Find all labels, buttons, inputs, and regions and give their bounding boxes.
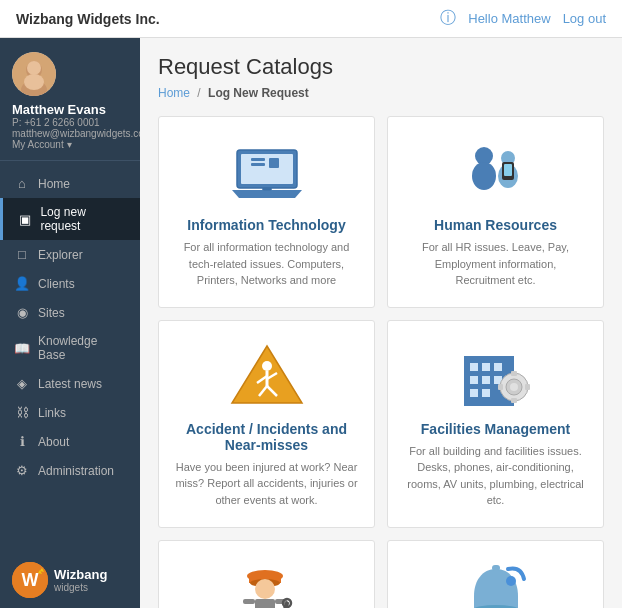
svg-rect-32 bbox=[470, 376, 478, 384]
svg-rect-10 bbox=[241, 154, 293, 184]
profile-name: Matthew Evans bbox=[12, 102, 128, 117]
svg-rect-13 bbox=[269, 158, 279, 168]
facilities-icon bbox=[404, 341, 587, 411]
svg-rect-43 bbox=[525, 384, 530, 390]
svg-rect-29 bbox=[470, 363, 478, 371]
sites-icon: ◉ bbox=[14, 305, 30, 320]
breadcrumb-current: Log New Request bbox=[208, 86, 309, 100]
wizbang-logo-icon: W bbox=[12, 562, 48, 598]
field-icon bbox=[175, 561, 358, 609]
knowledge-icon: 📖 bbox=[14, 341, 30, 356]
admin-icon: ⚙ bbox=[14, 463, 30, 478]
logo-name: Wizbang bbox=[54, 567, 107, 582]
catalog-card-it[interactable]: Information Technology For all informati… bbox=[158, 116, 375, 308]
page-title: Request Catalogs bbox=[158, 54, 604, 80]
it-icon bbox=[175, 137, 358, 207]
topbar-actions: ⓘ Hello Matthew Log out bbox=[440, 8, 606, 29]
main-content: Request Catalogs Home / Log New Request bbox=[140, 38, 622, 608]
svg-rect-20 bbox=[504, 164, 512, 176]
general-icon bbox=[404, 561, 587, 609]
svg-rect-30 bbox=[482, 363, 490, 371]
svg-rect-11 bbox=[251, 158, 265, 161]
svg-point-14 bbox=[262, 187, 272, 190]
sidebar-logo: W Wizbang widgets bbox=[0, 552, 140, 608]
logo-sub: widgets bbox=[54, 582, 107, 593]
help-icon[interactable]: ⓘ bbox=[440, 8, 456, 29]
hello-label[interactable]: Hello Matthew bbox=[468, 11, 550, 26]
accident-desc: Have you been injured at work? Near miss… bbox=[175, 459, 358, 509]
avatar bbox=[12, 52, 56, 96]
svg-rect-35 bbox=[470, 389, 478, 397]
svg-rect-31 bbox=[494, 363, 502, 371]
it-title: Information Technology bbox=[175, 217, 358, 233]
sidebar-item-log-new-request[interactable]: ▣ Log new request bbox=[0, 198, 140, 240]
catalog-card-hr[interactable]: Human Resources For all HR issues. Leave… bbox=[387, 116, 604, 308]
sidebar: Matthew Evans P: +61 2 6266 0001 matthew… bbox=[0, 38, 140, 608]
links-icon: ⛓ bbox=[14, 405, 30, 420]
svg-rect-55 bbox=[492, 565, 500, 571]
sidebar-item-latest-news[interactable]: ◈ Latest news bbox=[0, 369, 140, 398]
catalog-grid: Information Technology For all informati… bbox=[158, 116, 604, 608]
svg-point-56 bbox=[506, 576, 516, 586]
sidebar-item-knowledge-base[interactable]: 📖 Knowledge Base bbox=[0, 327, 140, 369]
svg-rect-42 bbox=[498, 384, 503, 390]
main-layout: Matthew Evans P: +61 2 6266 0001 matthew… bbox=[0, 38, 622, 608]
svg-rect-36 bbox=[482, 389, 490, 397]
catalog-card-accident[interactable]: Accident / Incidents and Near-misses Hav… bbox=[158, 320, 375, 528]
facilities-title: Facilities Management bbox=[404, 421, 587, 437]
svg-rect-49 bbox=[243, 599, 255, 604]
svg-rect-40 bbox=[511, 371, 517, 376]
sidebar-item-clients[interactable]: 👤 Clients bbox=[0, 269, 140, 298]
breadcrumb-home[interactable]: Home bbox=[158, 86, 190, 100]
monitor-icon: ▣ bbox=[17, 212, 32, 227]
home-icon: ⌂ bbox=[14, 176, 30, 191]
svg-point-39 bbox=[510, 383, 518, 391]
accident-icon bbox=[175, 341, 358, 411]
sidebar-item-about[interactable]: ℹ About bbox=[0, 427, 140, 456]
svg-text:W: W bbox=[22, 570, 39, 590]
about-icon: ℹ bbox=[14, 434, 30, 449]
it-desc: For all information technology and tech-… bbox=[175, 239, 358, 289]
svg-rect-48 bbox=[255, 599, 275, 609]
clients-icon: 👤 bbox=[14, 276, 30, 291]
hr-icon bbox=[404, 137, 587, 207]
svg-rect-41 bbox=[511, 398, 517, 403]
sidebar-item-links[interactable]: ⛓ Links bbox=[0, 398, 140, 427]
sidebar-item-home[interactable]: ⌂ Home bbox=[0, 169, 140, 198]
my-account-link[interactable]: My Account ▾ bbox=[12, 139, 128, 150]
sidebar-nav: ⌂ Home ▣ Log new request □ Explorer 👤 Cl… bbox=[0, 161, 140, 552]
topbar: Wizbang Widgets Inc. ⓘ Hello Matthew Log… bbox=[0, 0, 622, 38]
explorer-icon: □ bbox=[14, 247, 30, 262]
sidebar-profile: Matthew Evans P: +61 2 6266 0001 matthew… bbox=[0, 38, 140, 161]
news-icon: ◈ bbox=[14, 376, 30, 391]
catalog-card-general[interactable]: General Requests Need something? Our cus… bbox=[387, 540, 604, 609]
brand-title: Wizbang Widgets Inc. bbox=[16, 11, 160, 27]
svg-point-22 bbox=[262, 361, 272, 371]
facilities-desc: For all building and facilities issues. … bbox=[404, 443, 587, 509]
svg-point-3 bbox=[27, 61, 41, 75]
accident-title: Accident / Incidents and Near-misses bbox=[175, 421, 358, 453]
svg-point-4 bbox=[24, 74, 44, 90]
svg-rect-33 bbox=[482, 376, 490, 384]
svg-point-47 bbox=[255, 579, 275, 599]
svg-point-16 bbox=[472, 162, 496, 190]
profile-phone: P: +61 2 6266 0001 bbox=[12, 117, 128, 128]
catalog-card-field[interactable]: Field Service Request a Field Service Te… bbox=[158, 540, 375, 609]
profile-email: matthew@wizbangwidgets.com bbox=[12, 128, 128, 139]
sidebar-item-sites[interactable]: ◉ Sites bbox=[0, 298, 140, 327]
logout-button[interactable]: Log out bbox=[563, 11, 606, 26]
hr-title: Human Resources bbox=[404, 217, 587, 233]
catalog-card-facilities[interactable]: Facilities Management For all building a… bbox=[387, 320, 604, 528]
sidebar-item-administration[interactable]: ⚙ Administration bbox=[0, 456, 140, 485]
breadcrumb: Home / Log New Request bbox=[158, 86, 604, 100]
svg-rect-12 bbox=[251, 163, 265, 166]
sidebar-item-explorer[interactable]: □ Explorer bbox=[0, 240, 140, 269]
hr-desc: For all HR issues. Leave, Pay, Employmen… bbox=[404, 239, 587, 289]
